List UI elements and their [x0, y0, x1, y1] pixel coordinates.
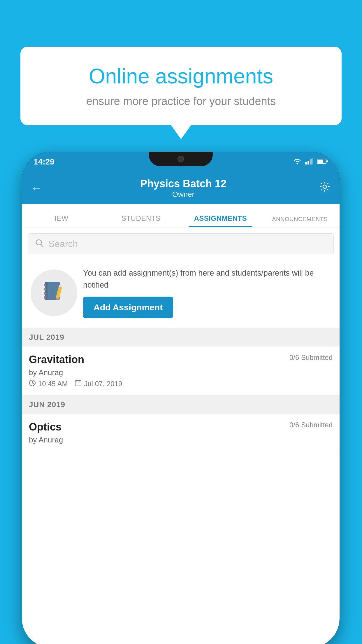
speech-bubble: Online assignments ensure more practice …	[20, 47, 342, 125]
tab-announcements[interactable]: ANNOUNCEMENTS	[260, 216, 340, 227]
assignment-meta: 10:45 AM Jul 07, 2019	[29, 379, 333, 388]
svg-rect-7	[326, 160, 328, 162]
section-header-jun: JUN 2019	[22, 396, 340, 414]
back-button[interactable]: ←	[31, 182, 42, 195]
promo-card: You can add assignment(s) from here and …	[28, 260, 334, 325]
svg-rect-4	[312, 158, 313, 164]
svg-rect-3	[310, 159, 312, 164]
assignment-top: Gravitation 0/6 Submitted	[29, 354, 333, 366]
calendar-icon	[75, 379, 82, 388]
status-time: 14:29	[34, 157, 55, 167]
battery-icon	[317, 158, 328, 165]
svg-point-15	[44, 292, 46, 295]
settings-button[interactable]	[319, 181, 331, 196]
status-icons	[293, 158, 328, 166]
svg-point-16	[44, 296, 46, 299]
phone-frame: 14:29	[22, 152, 340, 644]
search-placeholder: Search	[48, 239, 78, 249]
promo-icon-circle	[31, 270, 77, 316]
svg-line-22	[32, 383, 34, 384]
svg-point-14	[44, 288, 46, 290]
header-title: Physics Batch 12	[48, 178, 319, 190]
assignment-title-optics: Optics	[29, 421, 61, 433]
tab-students[interactable]: STUDENTS	[101, 214, 181, 227]
notebook-icon	[42, 279, 66, 307]
add-assignment-button[interactable]: Add Assignment	[83, 297, 173, 318]
wifi-icon	[293, 158, 302, 166]
tabs-bar: IEW STUDENTS ASSIGNMENTS ANNOUNCEMENTS	[22, 204, 340, 228]
promo-text-area: You can add assignment(s) from here and …	[83, 267, 331, 318]
svg-point-13	[44, 284, 46, 286]
phone-camera	[178, 156, 184, 162]
header-subtitle: Owner	[48, 190, 319, 199]
promo-description: You can add assignment(s) from here and …	[83, 267, 331, 291]
assignment-top-optics: Optics 0/6 Submitted	[29, 421, 333, 433]
header-title-area: Physics Batch 12 Owner	[48, 178, 319, 199]
speech-bubble-container: Online assignments ensure more practice …	[20, 47, 342, 125]
search-bar[interactable]: Search	[28, 233, 334, 254]
section-header-jul: JUL 2019	[22, 328, 340, 346]
tab-assignments[interactable]: ASSIGNMENTS	[181, 214, 260, 227]
search-icon	[35, 238, 44, 250]
assignment-submitted-optics: 0/6 Submitted	[289, 421, 333, 429]
phone-notch	[149, 152, 213, 166]
clock-icon	[29, 379, 36, 388]
svg-rect-6	[317, 160, 323, 163]
assignment-item-gravitation[interactable]: Gravitation 0/6 Submitted by Anurag 10:4…	[22, 346, 340, 396]
assignment-title: Gravitation	[29, 354, 84, 366]
svg-rect-2	[307, 161, 309, 164]
tab-iew[interactable]: IEW	[22, 214, 101, 227]
app-header: ← Physics Batch 12 Owner	[22, 172, 340, 204]
assignment-submitted: 0/6 Submitted	[289, 354, 333, 362]
speech-bubble-title: Online assignments	[44, 64, 318, 88]
assignment-item-optics[interactable]: Optics 0/6 Submitted by Anurag	[22, 414, 340, 454]
svg-point-8	[323, 185, 326, 188]
svg-rect-1	[305, 162, 307, 164]
speech-bubble-subtitle: ensure more practice for your students	[44, 95, 318, 108]
assignment-date: Jul 07, 2019	[75, 379, 122, 388]
svg-point-0	[297, 163, 298, 164]
signal-icon	[305, 158, 313, 166]
assignment-time: 10:45 AM	[29, 379, 68, 388]
svg-line-10	[41, 244, 43, 247]
assignment-author-optics: by Anurag	[29, 435, 333, 444]
assignment-author: by Anurag	[29, 368, 333, 377]
phone-content: Search	[22, 228, 340, 644]
svg-rect-23	[75, 381, 81, 386]
